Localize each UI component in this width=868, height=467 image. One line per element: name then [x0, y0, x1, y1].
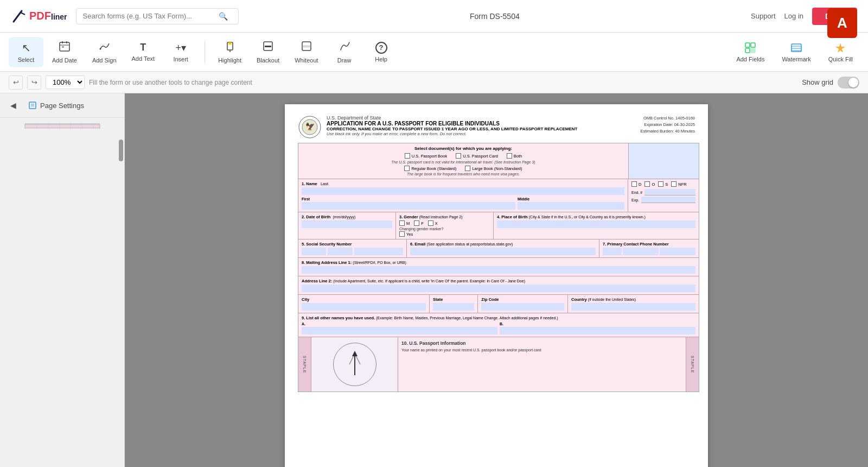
form-dept: U.S. Department of State: [327, 115, 577, 121]
quick-fill-icon: [834, 42, 846, 56]
login-link[interactable]: Log in: [784, 12, 803, 20]
cb-large-book-box: [465, 166, 470, 171]
address2-section: Address Line 2: (Include Apartment, Suit…: [298, 276, 699, 295]
phone-input-ext[interactable]: [660, 248, 695, 255]
code-nfr-label: NFR: [678, 182, 686, 187]
name-middle-input[interactable]: [518, 202, 624, 210]
state-input[interactable]: [433, 303, 474, 311]
tool-help[interactable]: ? Help: [364, 37, 399, 67]
svg-rect-25: [303, 46, 310, 47]
place-birth-input[interactable]: [497, 220, 695, 228]
search-input[interactable]: [83, 12, 219, 20]
support-link[interactable]: Support: [751, 12, 776, 20]
quick-fill-tool[interactable]: Quick Fill: [822, 37, 859, 67]
svg-rect-27: [751, 43, 755, 47]
svg-rect-20: [228, 42, 232, 45]
end-input[interactable]: [644, 189, 695, 195]
name-codes-section: D O S NFR End. # Exp.: [628, 179, 699, 212]
city-section: City: [298, 295, 430, 313]
undo-button[interactable]: ↩: [9, 75, 23, 90]
passport-info-title: 10. U.S. Passport Information: [401, 340, 682, 346]
exp-row: Exp.: [631, 197, 695, 203]
tool-blackout[interactable]: Blackout: [250, 36, 286, 68]
country-input[interactable]: [571, 303, 695, 311]
code-d[interactable]: D: [631, 181, 641, 187]
ssn-input-2[interactable]: [328, 248, 352, 255]
svg-rect-13: [60, 42, 69, 51]
header-center: Form DS-5504: [239, 12, 751, 21]
show-grid-label: Show grid: [802, 78, 833, 86]
gender-f[interactable]: F: [414, 220, 424, 226]
gender-label: 3. Gender (Read Instruction Page 2): [399, 214, 490, 219]
add-sign-icon: [98, 40, 110, 55]
cb-passport-book[interactable]: U.S. Passport Book: [405, 153, 447, 159]
svg-point-18: [100, 48, 101, 50]
name-last-input[interactable]: [302, 187, 624, 195]
code-nfr[interactable]: NFR: [671, 181, 686, 187]
search-icon[interactable]: 🔍: [219, 12, 228, 21]
blackout-icon: [262, 40, 274, 55]
code-d-box: [631, 181, 637, 187]
search-bar[interactable]: 🔍: [76, 8, 239, 24]
tool-add-date[interactable]: Add Date: [46, 36, 84, 68]
show-grid-toggle[interactable]: [838, 77, 859, 89]
gender-marker-note: Changing gender marker?: [399, 227, 490, 231]
gender-marker-yes[interactable]: Yes: [399, 231, 413, 237]
gender-x[interactable]: X: [428, 220, 438, 226]
page-thumbnail-4[interactable]: 4: [24, 123, 100, 129]
code-s[interactable]: S: [658, 181, 668, 187]
circle-area: [311, 337, 398, 392]
other-name-a-label: A.: [302, 322, 305, 326]
content-area: 🦅 U.S. Department of State APPLICATION F…: [125, 93, 868, 467]
whiteout-svg-icon: [301, 40, 312, 52]
tool-draw[interactable]: Draw: [327, 36, 362, 68]
tool-highlight[interactable]: Highlight: [212, 36, 248, 68]
other-name-a-input[interactable]: [302, 327, 497, 335]
ssn-input-1[interactable]: [302, 248, 326, 255]
tool-whiteout[interactable]: Whiteout: [288, 36, 324, 68]
dob-input[interactable]: [302, 220, 392, 228]
name-first-input[interactable]: [302, 202, 515, 210]
zoom-select[interactable]: 100%: [46, 75, 85, 89]
email-input[interactable]: [410, 248, 596, 255]
phone-input-number[interactable]: [623, 248, 659, 255]
cb-passport-card[interactable]: U.S. Passport Card: [456, 153, 498, 159]
cb-passport-book-label: U.S. Passport Book: [412, 154, 447, 159]
cb-large-book[interactable]: Large Book (Non-Standard): [465, 166, 522, 171]
city-input[interactable]: [302, 303, 426, 311]
tool-select[interactable]: ↖ Select: [9, 37, 43, 67]
main-area: ◀ Page Settings 4: [0, 93, 868, 467]
zip-input[interactable]: [481, 303, 564, 311]
phone-input-area[interactable]: [603, 248, 622, 255]
gender-f-label: F: [421, 221, 424, 226]
form-title-block: U.S. Department of State APPLICATION FOR…: [327, 115, 577, 136]
other-name-b-input[interactable]: [500, 327, 695, 335]
gender-m[interactable]: M: [399, 220, 410, 226]
other-names-hint: (Example: Birth Name, Maiden, Previous M…: [376, 316, 558, 320]
sidebar-collapse-button[interactable]: ◀: [7, 99, 20, 112]
tool-add-text[interactable]: T Add Text: [125, 37, 162, 66]
book-note: The large book is for frequent travelers…: [303, 172, 624, 176]
redo-button[interactable]: ↪: [27, 75, 41, 90]
sidebar-scrollbar[interactable]: [119, 129, 123, 467]
end-exp-row: End. #: [631, 189, 695, 195]
tool-insert[interactable]: +▾ Insert: [163, 37, 198, 67]
dob-gender-birth-row: 2. Date of Birth (mm/dd/yyyy) 3. Gender …: [298, 212, 699, 239]
svg-line-12: [21, 12, 25, 15]
ssn-input-3[interactable]: [354, 248, 404, 255]
page-settings-button[interactable]: Page Settings: [24, 99, 88, 112]
cb-regular-book[interactable]: Regular Book (Standard): [404, 166, 456, 171]
cb-both[interactable]: Both: [507, 153, 522, 159]
exp-input[interactable]: [641, 197, 695, 203]
watermark-tool[interactable]: Watermark: [775, 37, 817, 67]
tool-add-sign[interactable]: Add Sign: [86, 36, 123, 68]
code-o[interactable]: O: [644, 181, 655, 187]
add-fields-tool[interactable]: Add Fields: [730, 37, 771, 67]
address1-input[interactable]: [302, 266, 695, 274]
code-nfr-box: [671, 181, 676, 187]
quick-fill-svg: [834, 42, 846, 54]
address2-input[interactable]: [302, 285, 695, 292]
form-expiration: Expiration Date: 04-30-2025: [641, 122, 695, 128]
form-header-left: 🦅 U.S. Department of State APPLICATION F…: [298, 115, 577, 140]
staple-right: STAPLE: [686, 337, 699, 392]
